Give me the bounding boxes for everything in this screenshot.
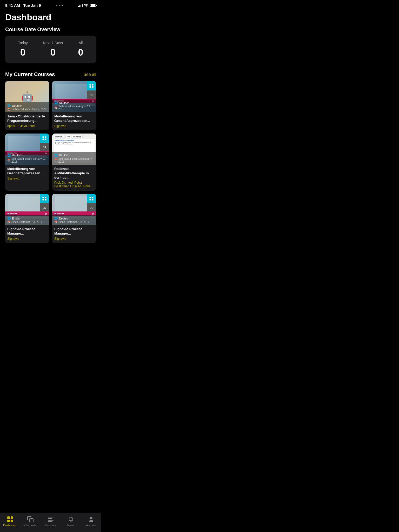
main-content: Dashboard Course Date Overview Today 0 N… <box>0 10 101 269</box>
svg-rect-8 <box>43 197 44 198</box>
course-card-signavio4[interactable]: DE SIGNAVIO ▶ 🌐 Deutsch 📅 Since Septembe… <box>52 194 96 243</box>
course-thumb-signavio3: EN SIGNAVIO ▶ 🌐 English 📅 Since Septembe… <box>5 194 49 225</box>
svg-rect-5 <box>45 136 46 138</box>
course-card-charite[interactable]: CHARITÉ RaJ CHARITÉ Herzlich Willkommen!… <box>52 134 96 191</box>
status-bar: 9:41 AM Tue Jan 9 <box>0 0 101 10</box>
status-time: 9:41 AM Tue Jan 9 <box>5 3 41 8</box>
date-today[interactable]: Today 0 <box>18 41 28 58</box>
svg-rect-13 <box>92 197 94 198</box>
date-overview-title: Course Date Overview <box>5 26 96 32</box>
svg-rect-7 <box>45 138 46 140</box>
badge-teal-signavio2 <box>40 134 49 143</box>
course-info-signavio4: Signavio Process Manager... Signavio <box>52 225 96 243</box>
badge-teal-signavio3 <box>40 194 49 203</box>
badge-teal-signavio1 <box>87 81 96 90</box>
svg-rect-2 <box>90 86 91 88</box>
thumb-overlay-charite: 🌐 Deutsch 📅 Self-paced since December 4,… <box>52 152 96 165</box>
thumb-badges-signavio2: DE <box>40 134 49 152</box>
courses-header: My Current Courses See all <box>5 71 96 77</box>
battery-icon <box>90 4 96 7</box>
badge-lang-signavio3: EN <box>40 203 49 212</box>
thumb-badges-signavio4: DE <box>87 194 96 212</box>
svg-rect-10 <box>43 199 44 201</box>
svg-rect-0 <box>90 84 91 85</box>
date-next7days[interactable]: Next 7 Days 0 <box>43 41 63 58</box>
charite-logos: CHARITÉ RaJ CHARITÉ <box>54 135 95 138</box>
thumb-overlay-signavio3: 🌐 English 📅 Since September 18, 2017 <box>5 215 49 225</box>
thumb-overlay-java: 🌐 Deutsch 📅 Self-paced since June 2, 202… <box>5 102 49 112</box>
svg-rect-6 <box>43 138 44 140</box>
course-thumb-charite: CHARITÉ RaJ CHARITÉ Herzlich Willkommen!… <box>52 134 96 165</box>
svg-rect-3 <box>92 86 94 88</box>
courses-grid: 🤖 🌐 Deutsch 📅 Self-paced since June 2, 2… <box>5 81 96 243</box>
see-all-button[interactable]: See all <box>83 72 96 77</box>
badge-lang-signavio1: DE <box>87 90 96 100</box>
course-thumb-signavio2: DE SIGNAVIO ▶ 🌐 Deutsch 📅 Self-paced sin… <box>5 134 49 165</box>
badge-lang-signavio4: DE <box>87 203 96 212</box>
thumb-date-java: 📅 Self-paced since June 2, 2020 <box>7 108 47 111</box>
course-info-signavio1: Modellierung von Geschäftsprozessen... S… <box>52 112 96 130</box>
thumb-overlay-signavio4: 🌐 Deutsch 📅 Since September 18, 2017 <box>52 215 96 225</box>
svg-rect-15 <box>92 199 94 201</box>
course-card-java[interactable]: 🤖 🌐 Deutsch 📅 Self-paced since June 2, 2… <box>5 81 49 130</box>
course-card-signavio3[interactable]: EN SIGNAVIO ▶ 🌐 English 📅 Since Septembe… <box>5 194 49 243</box>
date-all[interactable]: All 0 <box>78 41 83 58</box>
svg-rect-11 <box>45 199 46 201</box>
course-info-signavio3: Signavio Process Manager... Signavio <box>5 225 49 243</box>
course-info-signavio2: Modellierung von Geschäftsprozessen... S… <box>5 165 49 183</box>
svg-rect-14 <box>90 199 91 201</box>
svg-rect-12 <box>90 197 91 198</box>
course-thumb-java: 🤖 🌐 Deutsch 📅 Self-paced since June 2, 2… <box>5 81 49 112</box>
course-info-charite: Rationale Antibiotikatherapie in der hau… <box>52 165 96 191</box>
page-title: Dashboard <box>5 12 96 22</box>
svg-rect-9 <box>45 197 46 198</box>
thumb-badges-signavio3: EN <box>40 194 49 212</box>
course-thumb-signavio1: DE SIGNAVIO ▶ 🌐 Deutsch 📅 Self-paced sin… <box>52 81 96 112</box>
date-overview-card: Today 0 Next 7 Days 0 All 0 <box>5 36 96 63</box>
signal-icon <box>78 4 83 7</box>
svg-rect-1 <box>92 84 94 85</box>
wifi-icon <box>84 3 88 8</box>
badge-lang-signavio2: DE <box>40 143 49 152</box>
courses-section-title: My Current Courses <box>5 71 55 77</box>
course-card-signavio2[interactable]: DE SIGNAVIO ▶ 🌐 Deutsch 📅 Self-paced sin… <box>5 134 49 191</box>
thumb-badges-signavio1: DE <box>87 81 96 100</box>
badge-teal-signavio4 <box>87 194 96 203</box>
svg-rect-4 <box>43 136 44 138</box>
dots-indicator <box>56 5 63 6</box>
course-info-java: Java - Objektorientierte Programmierung.… <box>5 112 49 130</box>
thumb-lang-java: 🌐 Deutsch <box>7 104 47 107</box>
status-icons <box>78 3 96 8</box>
course-card-signavio1[interactable]: DE SIGNAVIO ▶ 🌐 Deutsch 📅 Self-paced sin… <box>52 81 96 130</box>
course-thumb-signavio4: DE SIGNAVIO ▶ 🌐 Deutsch 📅 Since Septembe… <box>52 194 96 225</box>
thumb-overlay-signavio2: 🌐 Deutsch 📅 Self-paced since February 12… <box>5 152 49 165</box>
thumb-overlay-signavio1: 🌐 Deutsch 📅 Self-paced since August 13, … <box>52 99 96 112</box>
